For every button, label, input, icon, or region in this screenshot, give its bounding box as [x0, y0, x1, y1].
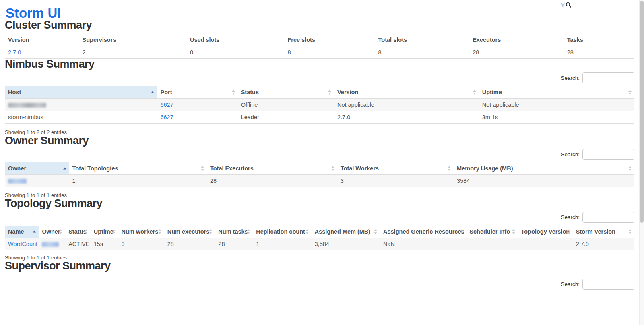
nimbus-summary-table: Host Port Status Version Uptime	[5, 86, 634, 124]
topology-assigned-mem-value: 3,584	[312, 238, 380, 250]
owner-header-row: Owner Total Topologies Total Executors T…	[5, 162, 634, 175]
nimbus-row-2: storm-nimbus 6627 Leader 2.7.0 3m 1s	[5, 111, 634, 124]
col-port[interactable]: Port	[157, 86, 237, 99]
nimbus-search-input[interactable]	[582, 72, 634, 83]
col-assigned-mem[interactable]: Assigned Mem (MB)	[312, 226, 380, 238]
sort-both-icon	[567, 229, 570, 234]
supervisor-summary-heading: Supervisor Summary	[5, 261, 634, 271]
owner-total-executors-value: 28	[207, 175, 337, 187]
redacted-host-value	[8, 103, 46, 108]
col-total-topologies[interactable]: Total Topologies	[69, 162, 207, 175]
redacted-owner-link[interactable]	[8, 179, 27, 184]
cluster-total-slots-value: 8	[375, 46, 470, 59]
supervisor-search-input[interactable]	[582, 279, 634, 290]
col-scheduler-info[interactable]: Scheduler Info	[466, 226, 518, 238]
topology-num-workers-value: 3	[118, 238, 164, 250]
col-uptime[interactable]: Uptime	[479, 86, 634, 99]
nimbus-host-value: storm-nimbus	[5, 111, 157, 124]
owner-summary-heading: Owner Summary	[5, 135, 634, 146]
col-num-tasks[interactable]: Num tasks	[215, 226, 253, 238]
topology-num-executors-value: 28	[164, 238, 215, 250]
cluster-summary-heading: Cluster Summary	[5, 20, 634, 31]
owner-total-topologies-value: 1	[69, 175, 207, 187]
topology-version-value	[518, 238, 573, 250]
search-icon[interactable]	[566, 2, 572, 8]
topology-uptime-value: 15s	[91, 238, 118, 250]
owner-total-workers-value: 3	[337, 175, 454, 187]
col-nimbus-version[interactable]: Version	[334, 86, 479, 99]
col-memory-usage[interactable]: Memory Usage (MB)	[454, 162, 634, 175]
col-storm-version[interactable]: Storm Version	[573, 226, 634, 238]
cluster-summary-table: Version Supervisors Used slots Free slot…	[5, 34, 634, 59]
page-title[interactable]: Storm UI	[6, 6, 634, 20]
col-host[interactable]: Host	[5, 86, 157, 99]
col-tasks: Tasks	[564, 34, 634, 46]
nimbus-search-label: Search:	[561, 75, 580, 81]
sort-both-icon	[331, 166, 334, 171]
owner-data-row: 1 28 3 3584	[5, 175, 634, 187]
topology-search-bar: Search:	[5, 212, 634, 223]
cluster-version-link[interactable]: 2.7.0	[8, 49, 21, 56]
sort-both-icon	[628, 229, 632, 234]
sort-both-icon	[473, 90, 476, 95]
topology-storm-version-value: 2.7.0	[573, 238, 634, 250]
sort-both-icon	[460, 229, 463, 234]
sort-both-icon	[112, 229, 116, 234]
col-num-workers[interactable]: Num workers	[118, 226, 164, 238]
topology-search-input[interactable]	[582, 212, 634, 223]
sort-both-icon	[232, 90, 235, 95]
sort-both-icon	[512, 229, 515, 234]
sort-both-icon	[305, 229, 309, 234]
col-topology-version[interactable]: Topology Version	[518, 226, 573, 238]
owner-search-input[interactable]	[582, 149, 634, 160]
sort-both-icon	[328, 90, 331, 95]
col-version: Version	[5, 34, 79, 46]
topology-header-row: Name Owner Status Uptime Num workers	[5, 226, 634, 238]
sort-both-icon	[201, 166, 204, 171]
col-owner[interactable]: Owner	[5, 162, 69, 175]
col-topo-owner[interactable]: Owner	[39, 226, 65, 238]
cluster-used-slots-value: 0	[187, 46, 284, 59]
topology-name-link[interactable]: WordCount	[8, 241, 37, 247]
nimbus-version-value: Not applicable	[334, 99, 479, 111]
sort-asc-icon	[151, 91, 154, 93]
scrollbar-thumb[interactable]	[640, 1, 644, 223]
sort-both-icon	[628, 90, 632, 95]
col-total-slots: Total slots	[375, 34, 470, 46]
col-replication-count[interactable]: Replication count	[253, 226, 311, 238]
nimbus-uptime-value: Not applicable	[479, 99, 634, 111]
topology-summary-heading: Topology Summary	[5, 198, 634, 209]
scrollbar-track[interactable]	[639, 0, 644, 325]
topology-num-tasks-value: 28	[215, 238, 253, 250]
owner-summary-table: Owner Total Topologies Total Executors T…	[5, 162, 634, 187]
sort-both-icon	[448, 166, 451, 171]
topology-replication-count-value: 1	[253, 238, 311, 250]
nimbus-search-bar: Search:	[5, 72, 634, 83]
col-executors: Executors	[469, 34, 564, 46]
cluster-tasks-value: 28	[564, 46, 634, 59]
redacted-topology-owner	[42, 242, 59, 247]
nimbus-port-link[interactable]: 6627	[160, 114, 173, 120]
sort-both-icon	[628, 166, 632, 171]
sort-asc-icon	[63, 168, 66, 170]
col-topo-uptime[interactable]: Uptime	[91, 226, 118, 238]
top-right-icons: Y	[561, 2, 572, 8]
nimbus-port-link[interactable]: 6627	[160, 101, 173, 108]
col-name[interactable]: Name	[5, 226, 39, 238]
col-used-slots: Used slots	[187, 34, 284, 46]
supervisor-search-label: Search:	[561, 281, 580, 287]
col-topo-status[interactable]: Status	[65, 226, 91, 238]
topology-data-row: WordCount ACTIVE 15s 3 28 28 1 3,584 NaN…	[5, 238, 634, 250]
col-free-slots: Free slots	[284, 34, 375, 46]
sort-both-icon	[85, 229, 88, 234]
filter-icon[interactable]: Y	[561, 2, 565, 8]
col-status[interactable]: Status	[238, 86, 334, 99]
nimbus-uptime-value: 3m 1s	[479, 111, 634, 124]
col-total-executors[interactable]: Total Executors	[207, 162, 337, 175]
col-total-workers[interactable]: Total Workers	[337, 162, 454, 175]
nimbus-status-value: Leader	[238, 111, 334, 124]
col-num-executors[interactable]: Num executors	[164, 226, 215, 238]
topology-search-label: Search:	[561, 214, 580, 220]
col-assigned-generic-resources[interactable]: Assigned Generic Resources	[380, 226, 466, 238]
owner-memory-usage-value: 3584	[454, 175, 634, 187]
